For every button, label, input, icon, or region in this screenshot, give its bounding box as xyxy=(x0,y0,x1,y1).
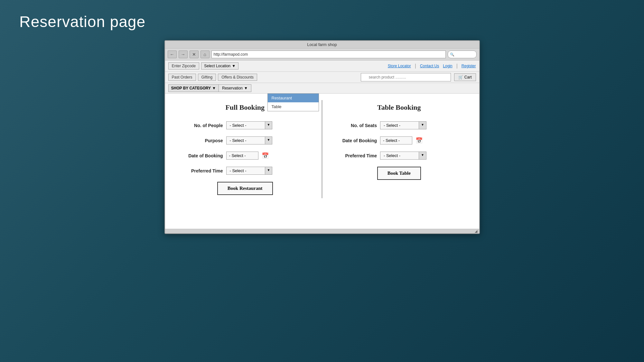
table-booking-seats-row: No. of Seats - Select - ▼ xyxy=(335,121,463,129)
full-booking-purpose-value: - Select - xyxy=(226,136,265,144)
full-booking-date-input[interactable]: - Select - xyxy=(226,152,258,160)
table-booking-time-label: Preferred Time xyxy=(335,153,377,158)
full-booking-section: Full Booking No. of People - Select - ▼ … xyxy=(172,100,319,198)
back-button[interactable]: ← xyxy=(168,51,177,58)
past-orders-button[interactable]: Past Orders xyxy=(168,74,196,81)
table-booking-seats-label: No. of Seats xyxy=(335,123,377,128)
full-booking-time-arrow[interactable]: ▼ xyxy=(265,167,273,175)
table-booking-title: Table Booking xyxy=(335,103,463,112)
book-restaurant-button[interactable]: Book Restaurant xyxy=(217,182,273,195)
table-booking-seats-value: - Select - xyxy=(380,121,419,129)
table-booking-section: Table Booking No. of Seats - Select - ▼ … xyxy=(325,100,473,198)
search-product-input[interactable] xyxy=(361,73,451,81)
browser-content: Full Booking No. of People - Select - ▼ … xyxy=(165,94,479,229)
site-nav-top: Enter Zipcode Select Location ▼ Store Lo… xyxy=(165,60,479,72)
login-link[interactable]: Login xyxy=(443,64,452,68)
table-booking-date-row: Date of Booking - Select - 📅 xyxy=(335,136,463,144)
full-booking-people-arrow[interactable]: ▼ xyxy=(265,121,273,129)
full-booking-purpose-row: Purpose - Select - ▼ xyxy=(181,136,309,144)
browser-title: Local farm shop xyxy=(307,42,337,47)
full-booking-purpose-arrow[interactable]: ▼ xyxy=(265,136,273,144)
dropdown-item-restaurant[interactable]: Restaurant xyxy=(268,94,319,102)
forward-button[interactable]: → xyxy=(179,51,188,58)
reservation-dropdown: Restaurant Table xyxy=(267,93,319,111)
full-booking-purpose-select[interactable]: - Select - ▼ xyxy=(226,136,273,144)
full-booking-people-row: No. of People - Select - ▼ xyxy=(181,121,309,129)
enter-zipcode-button[interactable]: Enter Zipcode xyxy=(168,62,200,70)
dropdown-item-table[interactable]: Table xyxy=(268,102,319,111)
table-booking-seats-arrow[interactable]: ▼ xyxy=(419,121,426,129)
book-table-button[interactable]: Book Table xyxy=(377,167,421,180)
register-link[interactable]: Register xyxy=(462,64,476,68)
table-booking-time-value: - Select - xyxy=(380,152,419,160)
full-booking-people-select[interactable]: - Select - ▼ xyxy=(226,121,273,129)
full-booking-people-label: No. of People xyxy=(181,123,223,128)
browser-statusbar: ◢ xyxy=(165,229,479,233)
browser-search-input[interactable] xyxy=(454,52,477,56)
booking-divider xyxy=(322,100,322,198)
full-booking-time-row: Preferred Time - Select - ▼ xyxy=(181,167,309,175)
full-booking-time-value: - Select - xyxy=(226,167,265,175)
home-button[interactable]: ⌂ xyxy=(201,51,210,58)
offers-discounts-button[interactable]: Offers & Discounts xyxy=(218,74,257,81)
table-booking-time-row: Preferred Time - Select - ▼ xyxy=(335,152,463,160)
select-location-button[interactable]: Select Location ▼ xyxy=(201,62,238,70)
booking-container: Full Booking No. of People - Select - ▼ … xyxy=(172,100,473,198)
cart-icon: 🛒 xyxy=(458,75,463,79)
store-locator-link[interactable]: Store Locator xyxy=(388,64,411,68)
slide-title: Reservation page xyxy=(19,13,625,31)
table-booking-calendar-icon[interactable]: 📅 xyxy=(415,137,423,144)
gifting-button[interactable]: Gifting xyxy=(198,74,216,81)
site-nav-second: Past Orders Gifting Offers & Discounts 🔍… xyxy=(165,72,479,83)
full-booking-date-label: Date of Booking xyxy=(181,153,223,158)
full-booking-purpose-label: Purpose xyxy=(181,138,223,143)
full-booking-calendar-icon[interactable]: 📅 xyxy=(262,152,269,159)
cart-button[interactable]: 🛒 Cart xyxy=(454,73,476,81)
address-bar[interactable] xyxy=(211,51,446,58)
shop-by-category-button[interactable]: SHOP BY CATEGORY ▼ xyxy=(168,84,219,92)
reservation-button[interactable]: Reservation ▼ xyxy=(219,84,251,92)
full-booking-time-label: Preferred Time xyxy=(181,168,223,173)
site-nav-category: SHOP BY CATEGORY ▼ Reservation ▼ Restaur… xyxy=(165,83,479,94)
browser-titlebar: Local farm shop xyxy=(165,41,479,49)
full-booking-date-row: Date of Booking - Select - 📅 xyxy=(181,152,309,160)
full-booking-people-value: - Select - xyxy=(226,121,265,129)
close-button[interactable]: ✕ xyxy=(190,51,199,58)
table-booking-seats-select[interactable]: - Select - ▼ xyxy=(380,121,426,129)
browser-window: Local farm shop ← → ✕ ⌂ 🔍 Enter Zipcode … xyxy=(164,40,480,234)
table-booking-time-arrow[interactable]: ▼ xyxy=(419,152,426,160)
table-booking-date-input[interactable]: - Select - xyxy=(380,136,412,144)
full-booking-time-select[interactable]: - Select - ▼ xyxy=(226,167,273,175)
table-booking-date-label: Date of Booking xyxy=(335,138,377,143)
table-booking-time-select[interactable]: - Select - ▼ xyxy=(380,152,426,160)
statusbar-icon: ◢ xyxy=(475,229,477,233)
browser-toolbar: ← → ✕ ⌂ 🔍 xyxy=(165,49,479,60)
contact-us-link[interactable]: Contact Us xyxy=(420,64,439,68)
